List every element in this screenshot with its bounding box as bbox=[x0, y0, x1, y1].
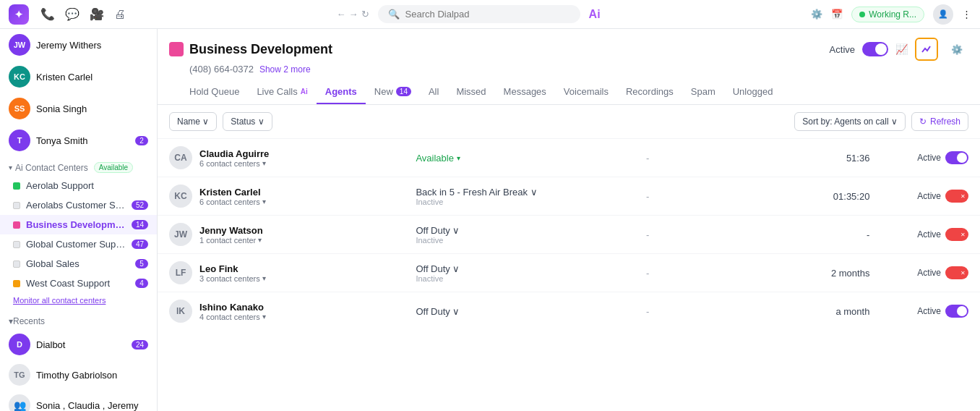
sidebar-item-business-dev[interactable]: Business Development 14 bbox=[0, 215, 157, 234]
table-area: Name ∨ Status ∨ Sort by: Agents on call … bbox=[158, 105, 980, 411]
ai-icon: Ai bbox=[589, 8, 601, 21]
reload-icon[interactable]: ↻ bbox=[361, 9, 369, 20]
chart-icon-btn[interactable] bbox=[915, 38, 938, 61]
recent-timothy[interactable]: TG Timothy Gabriolson bbox=[0, 360, 157, 390]
working-badge[interactable]: Working R... bbox=[851, 7, 924, 22]
agent-time-cell: 01:35:20 bbox=[758, 177, 882, 216]
tab-spam[interactable]: Spam bbox=[682, 80, 724, 104]
tabs: Hold Queue Live Calls Ai Agents New 14 A… bbox=[169, 80, 968, 104]
table-row: JW Jenny Watson 1 contact center ▾ Off D… bbox=[158, 216, 980, 254]
monitor-link[interactable]: Monitor all contact centers bbox=[0, 293, 157, 310]
settings-icon[interactable]: ⚙️ bbox=[811, 9, 822, 20]
top-nav: ✦ 📞 💬 🎥 🖨 ← → ↻ 🔍 Ai ⚙️ 📅 Working R... 👤… bbox=[0, 0, 980, 29]
status-sub: Inactive bbox=[416, 274, 623, 283]
avatar-kristen: KC bbox=[9, 66, 30, 88]
calendar-icon[interactable]: 📅 bbox=[831, 9, 843, 20]
agent-toggle-cell: Active bbox=[881, 216, 980, 254]
recents-header[interactable]: ▾ Recents bbox=[0, 310, 157, 329]
sidebar-item-aerolab-support[interactable]: Aerolab Support bbox=[0, 176, 157, 195]
sidebar-item-global-customer[interactable]: Global Customer Supp... 47 bbox=[0, 234, 157, 254]
sidebar-item-aerolabs-customer[interactable]: Aerolabs Customer Su... 52 bbox=[0, 195, 157, 215]
settings-gear-btn[interactable]: ⚙️ bbox=[945, 38, 968, 61]
tab-all[interactable]: All bbox=[420, 80, 447, 104]
agent-name: Kristen Carlel bbox=[199, 187, 266, 198]
agent-dash-cell: - bbox=[635, 254, 758, 292]
agent-details: Leo Fink 3 contact centers ▾ bbox=[199, 263, 266, 283]
agent-centers[interactable]: 3 contact centers ▾ bbox=[199, 274, 266, 283]
dept-title: Business Development bbox=[189, 42, 332, 57]
app-logo[interactable]: ✦ bbox=[9, 4, 29, 25]
status-other[interactable]: Off Duty ∨ bbox=[416, 306, 623, 317]
badge-globalcust: 47 bbox=[132, 240, 148, 249]
agent-dash-cell: - bbox=[635, 216, 758, 254]
agent-toggle-on[interactable] bbox=[945, 305, 968, 318]
agent-toggle-on[interactable] bbox=[945, 151, 968, 164]
recent-dialbot[interactable]: D Dialbot 24 bbox=[0, 329, 157, 360]
agent-centers[interactable]: 4 contact centers ▾ bbox=[199, 313, 266, 321]
tab-missed[interactable]: Missed bbox=[447, 80, 494, 104]
filter-status-btn[interactable]: Status ∨ bbox=[223, 112, 272, 131]
tab-messages[interactable]: Messages bbox=[495, 80, 555, 104]
active-toggle[interactable] bbox=[862, 42, 888, 56]
search-bar[interactable]: 🔍 bbox=[378, 5, 580, 23]
agent-centers[interactable]: 6 contact centers ▾ bbox=[199, 198, 266, 206]
tab-hold-queue[interactable]: Hold Queue bbox=[181, 80, 248, 104]
chat-icon[interactable]: 💬 bbox=[65, 7, 79, 21]
filter-name-btn[interactable]: Name ∨ bbox=[169, 112, 217, 131]
table-controls: Name ∨ Status ∨ Sort by: Agents on call … bbox=[158, 105, 980, 138]
print-icon[interactable]: 🖨 bbox=[114, 8, 126, 21]
agent-toggle-cell: Active bbox=[881, 177, 980, 216]
recent-group[interactable]: 👥 Sonia , Claudia , Jeremy bbox=[0, 390, 157, 411]
avatar-sonia: SS bbox=[9, 98, 30, 119]
agent-time-cell: a month bbox=[758, 292, 882, 331]
status-other[interactable]: Off Duty ∨ bbox=[416, 263, 623, 274]
agent-toggle-off[interactable] bbox=[945, 266, 968, 279]
sidebar-contact-kristen[interactable]: KC Kristen Carlel bbox=[0, 61, 157, 93]
badge-globalsales: 5 bbox=[135, 259, 148, 268]
agent-centers[interactable]: 6 contact centers ▾ bbox=[199, 159, 269, 168]
tab-unlogged[interactable]: Unlogged bbox=[724, 80, 782, 104]
agent-name-cell: JW Jenny Watson 1 contact center ▾ bbox=[158, 216, 404, 254]
agent-toggle-off[interactable] bbox=[945, 228, 968, 241]
agent-dash: - bbox=[646, 153, 649, 164]
agent-centers[interactable]: 1 contact center ▾ bbox=[199, 236, 263, 245]
chevron-icon: ▾ bbox=[9, 164, 12, 171]
chart-icon bbox=[921, 43, 932, 55]
phone-icon[interactable]: 📞 bbox=[40, 7, 55, 21]
trend-icon[interactable]: 📈 bbox=[895, 43, 908, 55]
search-input[interactable] bbox=[405, 9, 570, 20]
video-icon[interactable]: 🎥 bbox=[90, 7, 104, 21]
sidebar-contact-tonya[interactable]: T Tonya Smith 2 bbox=[0, 124, 157, 156]
back-arrow[interactable]: ← bbox=[337, 9, 346, 20]
ai-section-header[interactable]: ▾ Ai Contact Centers Available bbox=[0, 156, 157, 176]
sidebar-contact-sonia[interactable]: SS Sonia Singh bbox=[0, 93, 157, 124]
tab-live-calls[interactable]: Live Calls Ai bbox=[248, 80, 316, 104]
badge-new: 14 bbox=[396, 87, 411, 96]
sidebar: JW Jeremy Withers KC Kristen Carlel SS S… bbox=[0, 29, 158, 411]
dept-title-row: Business Development Active 📈 ⚙️ bbox=[169, 38, 968, 61]
table-row: IK Ishino Kanako 4 contact centers ▾ Off… bbox=[158, 292, 980, 331]
forward-arrow[interactable]: → bbox=[349, 9, 358, 20]
avatar[interactable]: 👤 bbox=[933, 4, 953, 25]
tab-voicemails[interactable]: Voicemails bbox=[555, 80, 617, 104]
agent-status-cell: Off Duty ∨ Inactive bbox=[404, 216, 635, 254]
agent-info: CA Claudia Aguirre 6 contact centers ▾ bbox=[169, 146, 392, 169]
active-text: Active bbox=[917, 229, 941, 240]
show-more-link[interactable]: Show 2 more bbox=[259, 64, 311, 75]
refresh-button[interactable]: ↻ Refresh bbox=[911, 112, 968, 131]
tab-new[interactable]: New 14 bbox=[366, 80, 420, 104]
tab-agents[interactable]: Agents bbox=[317, 80, 366, 104]
sidebar-contact-jeremy[interactable]: JW Jeremy Withers bbox=[0, 29, 157, 61]
sidebar-item-global-sales[interactable]: Global Sales 5 bbox=[0, 254, 157, 274]
status-other[interactable]: Off Duty ∨ bbox=[416, 225, 623, 236]
menu-icon[interactable]: ⋮ bbox=[962, 9, 971, 20]
status-available[interactable]: Available ▾ bbox=[416, 153, 623, 164]
sidebar-item-west-coast[interactable]: West Coast Support 4 bbox=[0, 274, 157, 293]
agent-toggle-off[interactable] bbox=[945, 190, 968, 203]
active-text: Active bbox=[917, 306, 941, 316]
working-dot bbox=[859, 12, 865, 17]
search-icon: 🔍 bbox=[388, 9, 400, 20]
sort-button[interactable]: Sort by: Agents on call ∨ bbox=[794, 112, 906, 131]
tab-recordings[interactable]: Recordings bbox=[617, 80, 682, 104]
status-other[interactable]: Back in 5 - Fresh Air Break ∨ bbox=[416, 187, 623, 198]
